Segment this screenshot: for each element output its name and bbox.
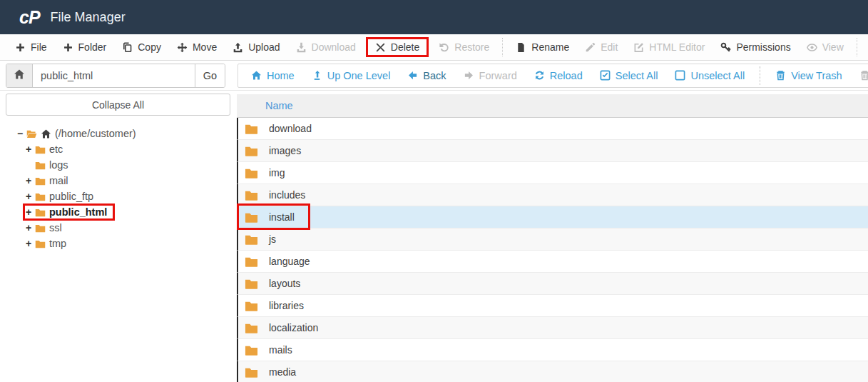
file-row-mails[interactable]: mails bbox=[237, 339, 868, 361]
key-icon bbox=[720, 42, 731, 53]
tree-expander-plus[interactable]: + bbox=[26, 144, 35, 155]
html-editor-label: HTML Editor bbox=[649, 41, 705, 53]
file-row-img[interactable]: img bbox=[237, 162, 868, 184]
folder-icon bbox=[245, 277, 258, 291]
file-name: install bbox=[269, 211, 295, 223]
trash-icon bbox=[775, 70, 786, 81]
folder-label: Folder bbox=[78, 41, 107, 53]
path-home-button[interactable] bbox=[6, 64, 33, 87]
tree-expander-minus[interactable]: − bbox=[17, 128, 26, 139]
file-row-language[interactable]: language bbox=[237, 251, 868, 273]
file-name: localization bbox=[269, 322, 318, 333]
folder-icon bbox=[245, 233, 258, 246]
tree-item-root[interactable]: (/home/customer) bbox=[55, 128, 136, 139]
view-button: View bbox=[807, 41, 844, 53]
file-name: includes bbox=[269, 189, 305, 201]
file-row-includes[interactable]: includes bbox=[237, 184, 868, 206]
tree-item-logs[interactable]: logs bbox=[49, 159, 68, 171]
tree-row[interactable]: +tmp bbox=[17, 236, 237, 251]
file-row-libraries[interactable]: libraries bbox=[237, 295, 868, 317]
reload-button[interactable]: Reload bbox=[534, 70, 583, 81]
file-name: language bbox=[269, 256, 310, 267]
tree-item-etc[interactable]: etc bbox=[49, 144, 63, 155]
folder-icon bbox=[35, 176, 46, 186]
file-row-install[interactable]: install bbox=[237, 206, 868, 228]
tree-item-public_html[interactable]: public_html bbox=[49, 206, 107, 218]
rename-button[interactable]: Rename bbox=[516, 41, 569, 53]
home-label: Home bbox=[267, 70, 295, 81]
folder-icon bbox=[35, 191, 46, 202]
upload-button[interactable]: Upload bbox=[233, 41, 280, 53]
toolbar-separator bbox=[502, 38, 503, 56]
collapse-all-button[interactable]: Collapse All bbox=[6, 94, 230, 116]
tree-item-ssl[interactable]: ssl bbox=[49, 222, 62, 233]
tree-expander-plus[interactable]: + bbox=[26, 222, 35, 233]
folder-button[interactable]: Folder bbox=[63, 41, 107, 53]
file-name: media bbox=[269, 366, 296, 378]
folder-icon bbox=[245, 343, 258, 357]
file-row-layouts[interactable]: layouts bbox=[237, 273, 868, 295]
tree-row[interactable]: +mail bbox=[17, 173, 237, 189]
file-row-localization[interactable]: localization bbox=[237, 317, 868, 339]
permissions-button[interactable]: Permissions bbox=[720, 41, 790, 53]
go-button[interactable]: Go bbox=[195, 64, 225, 87]
rename-label: Rename bbox=[531, 41, 569, 53]
restore-button: Restore bbox=[439, 41, 489, 53]
download-label: Download bbox=[312, 41, 356, 53]
folder-icon bbox=[245, 321, 258, 335]
folder-icon bbox=[245, 299, 258, 313]
back-button[interactable]: Back bbox=[407, 70, 446, 81]
tree-expander-plus[interactable]: + bbox=[26, 238, 35, 249]
plus-icon bbox=[15, 42, 26, 53]
tree-row[interactable]: +public_ftp bbox=[17, 189, 237, 204]
tree-item-tmp[interactable]: tmp bbox=[49, 238, 66, 249]
folder-icon bbox=[245, 255, 258, 268]
pencil-icon bbox=[585, 42, 596, 53]
folder-icon bbox=[35, 238, 46, 249]
path-bar: Go bbox=[6, 64, 225, 88]
house-icon bbox=[251, 70, 262, 81]
file-row-media[interactable]: media bbox=[237, 361, 868, 382]
edit-label: Edit bbox=[601, 41, 618, 53]
file-name: images bbox=[269, 145, 301, 156]
file-manager-window: cP File Manager FileFolderCopyMoveUpload… bbox=[0, 0, 868, 382]
view-trash-button[interactable]: View Trash bbox=[775, 70, 842, 81]
arrowright-icon bbox=[464, 70, 474, 81]
tree-item-mail[interactable]: mail bbox=[49, 175, 68, 186]
tree-row[interactable]: +etc bbox=[17, 141, 237, 157]
select-all-label: Select All bbox=[616, 70, 658, 81]
unselect-all-label: Unselect All bbox=[690, 70, 745, 81]
file-row-js[interactable]: js bbox=[237, 228, 868, 251]
checkon-icon bbox=[600, 70, 611, 81]
tree-row[interactable]: logs bbox=[17, 157, 237, 173]
select-all-button[interactable]: Select All bbox=[600, 70, 658, 81]
file-name: js bbox=[269, 233, 276, 245]
tree-expander-plus[interactable]: + bbox=[26, 206, 35, 218]
arrowleft-icon bbox=[407, 70, 418, 81]
delete-label: Delete bbox=[391, 41, 419, 53]
name-column-header[interactable]: Name bbox=[265, 100, 293, 111]
tree-row[interactable]: +public_html bbox=[17, 204, 237, 220]
copy-button[interactable]: Copy bbox=[122, 41, 161, 53]
file-row-images[interactable]: images bbox=[237, 140, 868, 162]
tree-row[interactable]: +ssl bbox=[17, 220, 237, 236]
file-row-download[interactable]: download bbox=[237, 118, 868, 140]
unselect-all-button[interactable]: Unselect All bbox=[675, 70, 745, 81]
tree-item-public_ftp[interactable]: public_ftp bbox=[49, 191, 93, 202]
file-button[interactable]: File bbox=[15, 41, 47, 53]
tree-expander-plus[interactable]: + bbox=[26, 191, 35, 202]
xmark-icon bbox=[375, 42, 386, 53]
folder-icon bbox=[245, 166, 258, 180]
nav-separator bbox=[760, 66, 760, 85]
home-button[interactable]: Home bbox=[251, 70, 295, 81]
up-one-level-button[interactable]: Up One Level bbox=[312, 70, 391, 81]
delete-button[interactable]: Delete bbox=[375, 41, 419, 53]
copy-icon bbox=[122, 42, 133, 53]
back-label: Back bbox=[423, 70, 446, 81]
move-button[interactable]: Move bbox=[177, 41, 217, 53]
upload-icon bbox=[233, 42, 243, 53]
path-input[interactable] bbox=[33, 64, 195, 87]
tree-row[interactable]: −(/home/customer) bbox=[17, 126, 237, 141]
tree-expander-plus[interactable]: + bbox=[26, 175, 35, 186]
copy-label: Copy bbox=[138, 41, 161, 53]
